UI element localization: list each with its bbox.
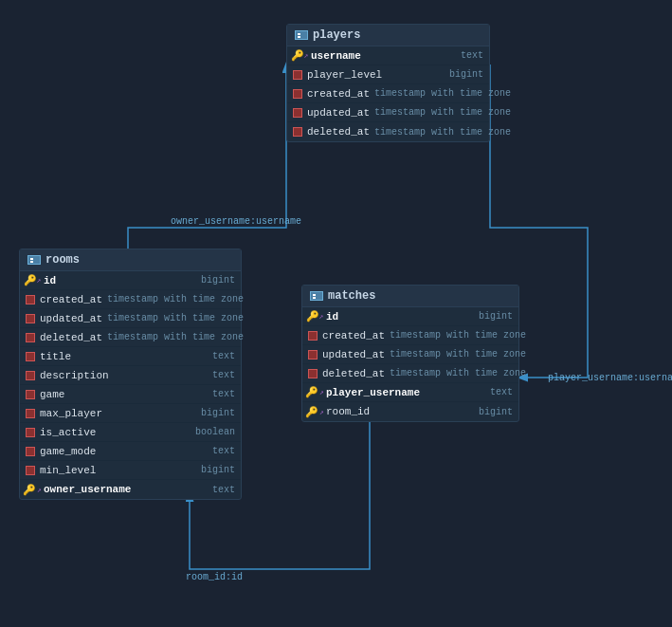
field-type: text	[461, 50, 483, 61]
field-name: max_player	[40, 408, 196, 419]
table-row[interactable]: 🔑↗ room_id bigint	[302, 402, 518, 421]
table-row[interactable]: created_at timestamp with time zone	[287, 84, 489, 103]
field-type: boolean	[195, 427, 235, 437]
table-row[interactable]: title text	[20, 347, 241, 366]
field-name: updated_at	[322, 349, 385, 360]
table-players-rows: 🔑↗ username text player_level bigint cre…	[287, 46, 489, 141]
field-type: text	[212, 389, 235, 399]
table-matches-rows: 🔑↗ id bigint created_at timestamp with t…	[302, 307, 518, 421]
field-name: deleted_at	[307, 126, 370, 138]
table-icon	[27, 255, 41, 265]
field-icon	[293, 89, 302, 99]
table-rooms[interactable]: rooms 🔑↗ id bigint created_at timestamp …	[19, 249, 242, 500]
pk-fk-icon: 🔑↗	[308, 310, 321, 323]
table-row[interactable]: updated_at timestamp with time zone	[20, 309, 241, 328]
table-matches-name: matches	[328, 289, 375, 303]
field-type: timestamp with time zone	[374, 127, 511, 138]
table-row[interactable]: 🔑↗ owner_username text	[20, 480, 241, 499]
table-row[interactable]: min_level bigint	[20, 461, 241, 480]
field-type: bigint	[449, 69, 483, 80]
field-type: timestamp with time zone	[374, 88, 511, 99]
field-type: bigint	[201, 465, 235, 475]
table-row[interactable]: deleted_at timestamp with time zone	[287, 122, 489, 141]
field-name: created_at	[307, 88, 370, 100]
table-row[interactable]: 🔑↗ id bigint	[302, 307, 518, 326]
table-row[interactable]: updated_at timestamp with time zone	[302, 345, 518, 364]
field-type: timestamp with time zone	[107, 332, 244, 342]
field-type: text	[212, 351, 235, 361]
field-name: id	[44, 275, 196, 286]
field-icon	[26, 390, 35, 399]
field-icon	[26, 466, 35, 475]
table-row[interactable]: is_active boolean	[20, 423, 241, 442]
table-matches-header: matches	[302, 286, 518, 307]
field-name: is_active	[40, 427, 191, 438]
fk-icon: 🔑↗	[26, 483, 39, 496]
field-type: text	[212, 485, 235, 495]
field-icon	[293, 70, 302, 80]
field-type: timestamp with time zone	[390, 368, 526, 378]
field-icon	[26, 333, 35, 342]
table-row[interactable]: 🔑↗ username text	[287, 46, 489, 65]
table-row[interactable]: game text	[20, 385, 241, 404]
field-icon	[308, 350, 318, 360]
field-icon	[26, 295, 35, 304]
field-type: bigint	[479, 407, 513, 417]
field-icon	[293, 108, 302, 118]
field-icon	[293, 127, 302, 137]
table-row[interactable]: deleted_at timestamp with time zone	[302, 364, 518, 383]
field-name: updated_at	[307, 107, 370, 119]
field-name: created_at	[40, 294, 102, 305]
table-row[interactable]: description text	[20, 366, 241, 385]
field-icon	[26, 352, 35, 361]
field-type: text	[212, 370, 235, 380]
field-type: timestamp with time zone	[390, 330, 526, 341]
field-name: deleted_at	[322, 368, 385, 379]
table-icon	[310, 291, 323, 301]
field-name: room_id	[326, 406, 474, 417]
field-icon	[26, 428, 35, 437]
field-name: player_level	[307, 69, 445, 81]
table-matches[interactable]: matches 🔑↗ id bigint created_at timestam…	[301, 285, 519, 422]
table-row[interactable]: 🔑↗ id bigint	[20, 271, 241, 290]
diagram-canvas: owner_username:username player_username:…	[0, 0, 672, 627]
field-type: bigint	[201, 275, 235, 286]
table-rooms-header: rooms	[20, 249, 241, 271]
table-row[interactable]: created_at timestamp with time zone	[20, 290, 241, 309]
field-icon	[308, 331, 318, 341]
table-row[interactable]: game_mode text	[20, 442, 241, 461]
label-room-id: room_id:id	[186, 572, 243, 582]
field-name: updated_at	[40, 313, 102, 324]
field-name: id	[326, 311, 474, 323]
table-players[interactable]: players 🔑↗ username text player_level bi…	[286, 24, 490, 142]
field-type: timestamp with time zone	[107, 313, 244, 323]
field-name: game	[40, 389, 208, 400]
field-type: timestamp with time zone	[390, 349, 526, 360]
field-type: timestamp with time zone	[374, 107, 511, 118]
label-player-username: player_username:username	[548, 373, 672, 383]
table-row[interactable]: deleted_at timestamp with time zone	[20, 328, 241, 347]
table-row[interactable]: updated_at timestamp with time zone	[287, 103, 489, 122]
field-name: username	[311, 50, 456, 62]
pk-fk-icon: 🔑↗	[293, 49, 306, 63]
field-type: timestamp with time zone	[107, 294, 244, 304]
label-owner-username: owner_username:username	[171, 216, 301, 227]
table-row[interactable]: 🔑↗ player_username text	[302, 383, 518, 402]
field-icon	[308, 369, 318, 378]
table-row[interactable]: created_at timestamp with time zone	[302, 326, 518, 345]
table-players-header: players	[287, 25, 489, 46]
field-name: owner_username	[44, 484, 208, 495]
table-rooms-rows: 🔑↗ id bigint created_at timestamp with t…	[20, 271, 241, 499]
table-row[interactable]: player_level bigint	[287, 65, 489, 84]
field-icon	[26, 409, 35, 418]
fk-icon: 🔑↗	[308, 386, 321, 399]
field-type: text	[490, 387, 513, 397]
field-name: description	[40, 370, 208, 381]
pk-fk-icon: 🔑↗	[26, 274, 39, 287]
table-row[interactable]: max_player bigint	[20, 404, 241, 423]
field-type: text	[212, 446, 235, 456]
field-icon	[26, 371, 35, 380]
field-name: player_username	[326, 387, 485, 398]
field-icon	[26, 314, 35, 323]
fk-icon: 🔑↗	[308, 405, 321, 418]
